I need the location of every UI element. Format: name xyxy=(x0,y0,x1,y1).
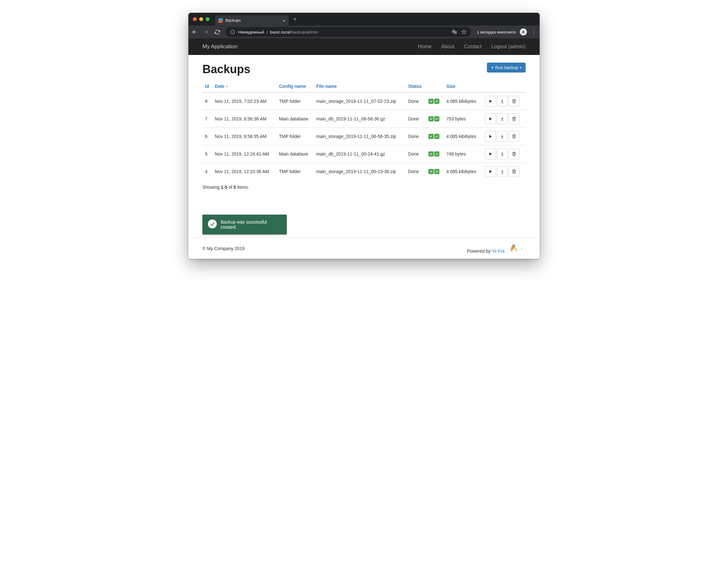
brand-label[interactable]: My Application xyxy=(202,43,238,50)
download-action-button[interactable] xyxy=(497,113,508,124)
yii-link[interactable]: Yii Fra xyxy=(492,248,504,253)
app-navbar: My Application Home About Contact Logout… xyxy=(188,38,540,55)
cell-checks xyxy=(426,128,444,145)
cell-file: main_storage_2019-11-11_07-02-23.zip xyxy=(314,92,406,110)
browser-tab[interactable]: Backups × xyxy=(215,15,289,26)
yii-favicon-icon xyxy=(218,18,223,23)
cell-config: Main database xyxy=(277,110,314,128)
star-icon[interactable] xyxy=(461,29,466,34)
window-close-icon[interactable] xyxy=(193,17,197,21)
run-action-button[interactable] xyxy=(485,166,496,177)
toast-message: Backup was successful created. xyxy=(221,219,281,230)
col-status[interactable]: Status xyxy=(408,84,422,89)
nav-link-home[interactable]: Home xyxy=(418,44,432,49)
footer-right: Powered by Yii Fra xyxy=(467,243,518,253)
page-content: Backups + Run backup ▾ Id Date↓ᶻ Config … xyxy=(188,55,540,238)
download-action-button[interactable] xyxy=(497,148,508,159)
cell-actions xyxy=(482,163,526,180)
delete-action-button[interactable] xyxy=(509,113,519,124)
delete-action-button[interactable] xyxy=(509,166,519,177)
cell-actions xyxy=(482,145,526,163)
browser-window: Backups × + Ненадежный | basic.local/bac… xyxy=(188,13,540,259)
download-action-button[interactable] xyxy=(497,131,508,142)
col-id[interactable]: Id xyxy=(205,84,209,89)
cell-date: Nov 11, 2019, 7:02:23 AM xyxy=(212,92,277,110)
grid-summary: Showing 1-5 of 5 items. xyxy=(202,185,526,190)
col-config[interactable]: Config name xyxy=(279,84,306,89)
cell-config: TMP folder xyxy=(277,92,314,110)
nav-link-logout[interactable]: Logout (admin) xyxy=(491,44,526,49)
browser-menu-icon[interactable]: ⋮ xyxy=(531,29,536,35)
svg-marker-11 xyxy=(489,152,492,155)
download-action-button[interactable] xyxy=(497,96,508,107)
cell-date: Nov 11, 2019, 12:23:36 AM xyxy=(212,163,277,180)
caret-down-icon: ▾ xyxy=(520,66,521,69)
svg-marker-10 xyxy=(489,135,492,138)
forward-button[interactable] xyxy=(203,29,209,35)
yii-logo-icon[interactable] xyxy=(508,243,518,253)
backups-grid: Id Date↓ᶻ Config name File name Status S… xyxy=(202,80,526,180)
plus-icon: + xyxy=(491,65,494,70)
incognito-icon[interactable] xyxy=(520,28,527,35)
svg-marker-12 xyxy=(489,170,492,173)
cell-actions xyxy=(482,92,526,110)
svg-point-7 xyxy=(523,32,525,33)
new-tab-button[interactable]: + xyxy=(293,16,297,22)
delete-action-button[interactable] xyxy=(509,148,519,159)
run-action-button[interactable] xyxy=(485,113,496,124)
info-icon xyxy=(230,30,235,34)
cell-file: main_storage_2019-11-11_00-23-36.zip xyxy=(314,163,406,180)
download-action-button[interactable] xyxy=(497,166,508,177)
check-icon xyxy=(434,99,439,104)
browser-tabbar: Backups × + xyxy=(188,13,540,26)
cell-config: Main database xyxy=(277,145,314,163)
cell-file: main_storage_2019-11-11_06-56-35.zip xyxy=(314,128,406,145)
table-row: 5Nov 11, 2019, 12:24:41 AMMain databasem… xyxy=(202,145,526,163)
cell-id: 8 xyxy=(202,92,212,110)
sort-desc-icon: ↓ᶻ xyxy=(225,85,227,88)
tab-close-icon[interactable]: × xyxy=(283,18,285,23)
run-action-button[interactable] xyxy=(485,96,496,107)
col-file[interactable]: File name xyxy=(316,84,337,89)
reload-button[interactable] xyxy=(215,29,220,35)
cell-status: Done xyxy=(406,110,426,128)
cell-file: main_db_2019-11-11_06-56-36.gz xyxy=(314,110,406,128)
window-minimize-icon[interactable] xyxy=(199,17,203,21)
svg-marker-8 xyxy=(489,100,492,102)
footer-left: © My Company 2019 xyxy=(202,246,245,251)
cell-date: Nov 11, 2019, 12:24:41 AM xyxy=(212,145,277,163)
check-circle-icon xyxy=(208,219,217,228)
cell-status: Done xyxy=(406,163,426,180)
back-button[interactable] xyxy=(192,29,197,35)
incognito-label: 1 вкладка инкогнито xyxy=(477,30,516,34)
cell-id: 4 xyxy=(202,163,212,180)
check-icon xyxy=(434,151,439,156)
nav-link-contact[interactable]: Contact xyxy=(464,44,482,49)
cell-date: Nov 11, 2019, 6:56:36 AM xyxy=(212,110,277,128)
run-backup-button[interactable]: + Run backup ▾ xyxy=(487,63,526,72)
address-bar[interactable]: Ненадежный | basic.local/backup/admin xyxy=(226,27,471,37)
browser-right-cluster: 1 вкладка инкогнито ⋮ xyxy=(477,28,536,35)
cell-date: Nov 11, 2019, 6:56:35 AM xyxy=(212,128,277,145)
cell-size: 753 bytes xyxy=(444,110,482,128)
window-maximize-icon[interactable] xyxy=(206,17,209,21)
run-action-button[interactable] xyxy=(485,131,496,142)
table-row: 6Nov 11, 2019, 6:56:35 AMTMP foldermain_… xyxy=(202,128,526,145)
delete-action-button[interactable] xyxy=(509,96,519,107)
nav-link-about[interactable]: About xyxy=(441,44,454,49)
run-action-button[interactable] xyxy=(485,148,496,159)
delete-action-button[interactable] xyxy=(509,131,519,142)
col-date[interactable]: Date↓ᶻ xyxy=(215,84,227,89)
cell-config: TMP folder xyxy=(277,163,314,180)
debug-panel-handle[interactable]: ‹ xyxy=(518,243,526,253)
svg-marker-9 xyxy=(489,117,492,120)
tab-title: Backups xyxy=(225,18,241,23)
translate-icon[interactable] xyxy=(452,29,457,34)
cell-status: Done xyxy=(406,145,426,163)
cell-checks xyxy=(426,110,444,128)
cell-actions xyxy=(482,128,526,145)
cell-checks xyxy=(426,145,444,163)
col-size[interactable]: Size xyxy=(446,84,455,89)
cell-config: TMP folder xyxy=(277,128,314,145)
window-controls xyxy=(193,17,209,21)
